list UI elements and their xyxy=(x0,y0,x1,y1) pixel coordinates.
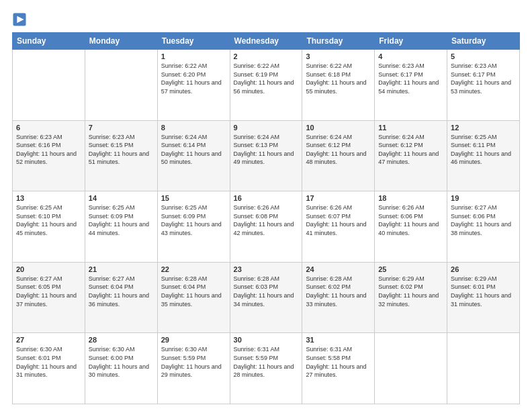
calendar-cell: 1Sunrise: 6:22 AM Sunset: 6:20 PM Daylig… xyxy=(157,50,230,121)
day-info: Sunrise: 6:27 AM Sunset: 6:05 PM Dayligh… xyxy=(16,275,81,308)
calendar-cell: 27Sunrise: 6:30 AM Sunset: 6:01 PM Dayli… xyxy=(13,333,85,404)
day-info: Sunrise: 6:25 AM Sunset: 6:10 PM Dayligh… xyxy=(16,203,81,237)
day-number: 4 xyxy=(378,52,443,60)
day-info: Sunrise: 6:24 AM Sunset: 6:13 PM Dayligh… xyxy=(234,133,299,167)
day-info: Sunrise: 6:23 AM Sunset: 6:15 PM Dayligh… xyxy=(89,133,154,167)
day-number: 8 xyxy=(161,124,226,132)
day-info: Sunrise: 6:29 AM Sunset: 6:02 PM Dayligh… xyxy=(378,275,443,308)
day-info: Sunrise: 6:27 AM Sunset: 6:04 PM Dayligh… xyxy=(89,275,154,308)
day-number: 26 xyxy=(451,265,516,273)
calendar-cell xyxy=(13,50,85,121)
day-info: Sunrise: 6:27 AM Sunset: 6:06 PM Dayligh… xyxy=(451,203,516,237)
calendar-cell: 9Sunrise: 6:24 AM Sunset: 6:13 PM Daylig… xyxy=(230,120,302,191)
calendar-cell: 30Sunrise: 6:31 AM Sunset: 5:59 PM Dayli… xyxy=(230,333,302,404)
logo-icon xyxy=(12,12,27,27)
calendar-cell: 31Sunrise: 6:31 AM Sunset: 5:58 PM Dayli… xyxy=(302,333,375,404)
day-number: 6 xyxy=(16,124,81,132)
day-number: 11 xyxy=(378,124,443,132)
day-number: 15 xyxy=(161,194,226,202)
day-info: Sunrise: 6:25 AM Sunset: 6:09 PM Dayligh… xyxy=(161,203,226,237)
calendar-cell xyxy=(375,333,447,404)
day-number: 19 xyxy=(451,194,516,202)
calendar-cell: 4Sunrise: 6:23 AM Sunset: 6:17 PM Daylig… xyxy=(375,50,447,121)
day-number: 18 xyxy=(378,194,443,202)
day-info: Sunrise: 6:23 AM Sunset: 6:16 PM Dayligh… xyxy=(16,133,81,167)
day-info: Sunrise: 6:31 AM Sunset: 5:58 PM Dayligh… xyxy=(306,345,371,379)
page: SundayMondayTuesdayWednesdayThursdayFrid… xyxy=(0,0,532,411)
calendar-cell: 10Sunrise: 6:24 AM Sunset: 6:12 PM Dayli… xyxy=(302,120,375,191)
calendar-cell: 23Sunrise: 6:28 AM Sunset: 6:03 PM Dayli… xyxy=(230,262,302,333)
col-header-friday: Friday xyxy=(375,33,447,50)
calendar-cell: 21Sunrise: 6:27 AM Sunset: 6:04 PM Dayli… xyxy=(85,262,157,333)
day-number: 23 xyxy=(234,265,299,273)
calendar-table: SundayMondayTuesdayWednesdayThursdayFrid… xyxy=(12,32,520,404)
day-number: 20 xyxy=(16,265,81,273)
col-header-sunday: Sunday xyxy=(13,33,85,50)
day-number: 3 xyxy=(306,52,371,60)
calendar-cell: 16Sunrise: 6:26 AM Sunset: 6:08 PM Dayli… xyxy=(230,191,302,263)
day-number: 12 xyxy=(451,124,516,132)
day-info: Sunrise: 6:25 AM Sunset: 6:11 PM Dayligh… xyxy=(451,133,516,167)
day-info: Sunrise: 6:23 AM Sunset: 6:17 PM Dayligh… xyxy=(451,62,516,95)
day-number: 28 xyxy=(89,336,154,344)
calendar-cell xyxy=(447,333,520,404)
week-row-2: 13Sunrise: 6:25 AM Sunset: 6:10 PM Dayli… xyxy=(13,191,520,263)
calendar-cell: 26Sunrise: 6:29 AM Sunset: 6:01 PM Dayli… xyxy=(447,262,520,333)
calendar-cell: 7Sunrise: 6:23 AM Sunset: 6:15 PM Daylig… xyxy=(85,120,157,191)
day-info: Sunrise: 6:23 AM Sunset: 6:17 PM Dayligh… xyxy=(378,62,443,95)
day-info: Sunrise: 6:24 AM Sunset: 6:12 PM Dayligh… xyxy=(306,133,371,167)
calendar-cell: 8Sunrise: 6:24 AM Sunset: 6:14 PM Daylig… xyxy=(157,120,230,191)
col-header-monday: Monday xyxy=(85,33,157,50)
day-number: 25 xyxy=(378,265,443,273)
week-row-3: 20Sunrise: 6:27 AM Sunset: 6:05 PM Dayli… xyxy=(13,262,520,333)
day-number: 5 xyxy=(451,52,516,60)
calendar-cell: 20Sunrise: 6:27 AM Sunset: 6:05 PM Dayli… xyxy=(13,262,85,333)
day-number: 9 xyxy=(234,124,299,132)
week-row-0: 1Sunrise: 6:22 AM Sunset: 6:20 PM Daylig… xyxy=(13,50,520,121)
day-info: Sunrise: 6:28 AM Sunset: 6:04 PM Dayligh… xyxy=(161,275,226,308)
calendar-cell: 25Sunrise: 6:29 AM Sunset: 6:02 PM Dayli… xyxy=(375,262,447,333)
day-info: Sunrise: 6:28 AM Sunset: 6:03 PM Dayligh… xyxy=(234,275,299,308)
day-info: Sunrise: 6:29 AM Sunset: 6:01 PM Dayligh… xyxy=(451,275,516,308)
calendar-cell: 6Sunrise: 6:23 AM Sunset: 6:16 PM Daylig… xyxy=(13,120,85,191)
day-number: 22 xyxy=(161,265,226,273)
day-number: 24 xyxy=(306,265,371,273)
calendar-cell: 18Sunrise: 6:26 AM Sunset: 6:06 PM Dayli… xyxy=(375,191,447,263)
day-info: Sunrise: 6:30 AM Sunset: 6:00 PM Dayligh… xyxy=(89,345,154,379)
day-info: Sunrise: 6:24 AM Sunset: 6:14 PM Dayligh… xyxy=(161,133,226,167)
day-info: Sunrise: 6:30 AM Sunset: 6:01 PM Dayligh… xyxy=(16,345,81,379)
calendar-cell: 24Sunrise: 6:28 AM Sunset: 6:02 PM Dayli… xyxy=(302,262,375,333)
col-header-saturday: Saturday xyxy=(447,33,520,50)
day-number: 10 xyxy=(306,124,371,132)
calendar-cell: 28Sunrise: 6:30 AM Sunset: 6:00 PM Dayli… xyxy=(85,333,157,404)
col-header-tuesday: Tuesday xyxy=(157,33,230,50)
calendar-cell: 15Sunrise: 6:25 AM Sunset: 6:09 PM Dayli… xyxy=(157,191,230,263)
day-number: 1 xyxy=(161,52,226,60)
day-number: 16 xyxy=(234,194,299,202)
day-info: Sunrise: 6:22 AM Sunset: 6:20 PM Dayligh… xyxy=(161,62,226,95)
day-number: 29 xyxy=(161,336,226,344)
day-number: 21 xyxy=(89,265,154,273)
calendar-cell: 2Sunrise: 6:22 AM Sunset: 6:19 PM Daylig… xyxy=(230,50,302,121)
calendar-cell: 22Sunrise: 6:28 AM Sunset: 6:04 PM Dayli… xyxy=(157,262,230,333)
calendar-cell: 11Sunrise: 6:24 AM Sunset: 6:12 PM Dayli… xyxy=(375,120,447,191)
calendar-header-row: SundayMondayTuesdayWednesdayThursdayFrid… xyxy=(13,33,520,50)
day-number: 31 xyxy=(306,336,371,344)
week-row-4: 27Sunrise: 6:30 AM Sunset: 6:01 PM Dayli… xyxy=(13,333,520,404)
day-info: Sunrise: 6:22 AM Sunset: 6:19 PM Dayligh… xyxy=(234,62,299,95)
day-info: Sunrise: 6:30 AM Sunset: 5:59 PM Dayligh… xyxy=(161,345,226,379)
day-number: 27 xyxy=(16,336,81,344)
day-info: Sunrise: 6:25 AM Sunset: 6:09 PM Dayligh… xyxy=(89,203,154,237)
calendar-cell: 14Sunrise: 6:25 AM Sunset: 6:09 PM Dayli… xyxy=(85,191,157,263)
calendar-cell: 5Sunrise: 6:23 AM Sunset: 6:17 PM Daylig… xyxy=(447,50,520,121)
col-header-wednesday: Wednesday xyxy=(230,33,302,50)
calendar-cell xyxy=(85,50,157,121)
day-info: Sunrise: 6:22 AM Sunset: 6:18 PM Dayligh… xyxy=(306,62,371,95)
calendar-cell: 19Sunrise: 6:27 AM Sunset: 6:06 PM Dayli… xyxy=(447,191,520,263)
header xyxy=(12,12,520,27)
col-header-thursday: Thursday xyxy=(302,33,375,50)
logo xyxy=(12,12,30,27)
day-number: 17 xyxy=(306,194,371,202)
day-info: Sunrise: 6:28 AM Sunset: 6:02 PM Dayligh… xyxy=(306,275,371,308)
day-number: 7 xyxy=(89,124,154,132)
